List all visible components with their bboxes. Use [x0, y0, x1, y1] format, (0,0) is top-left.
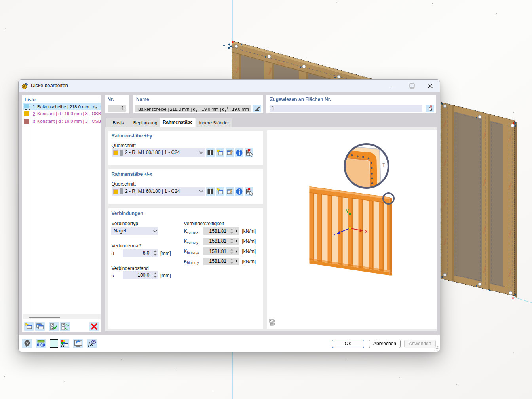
- svg-text:fx: fx: [88, 341, 93, 347]
- svg-text:y: y: [346, 207, 349, 213]
- svg-text:6: 6: [23, 84, 25, 89]
- svg-text:A: A: [61, 343, 64, 348]
- svg-text:T: T: [382, 163, 385, 167]
- svg-text:z: z: [333, 232, 336, 238]
- svg-text:0.00: 0.00: [37, 342, 45, 347]
- svg-text:?: ?: [26, 341, 28, 346]
- svg-text:x: x: [365, 228, 368, 234]
